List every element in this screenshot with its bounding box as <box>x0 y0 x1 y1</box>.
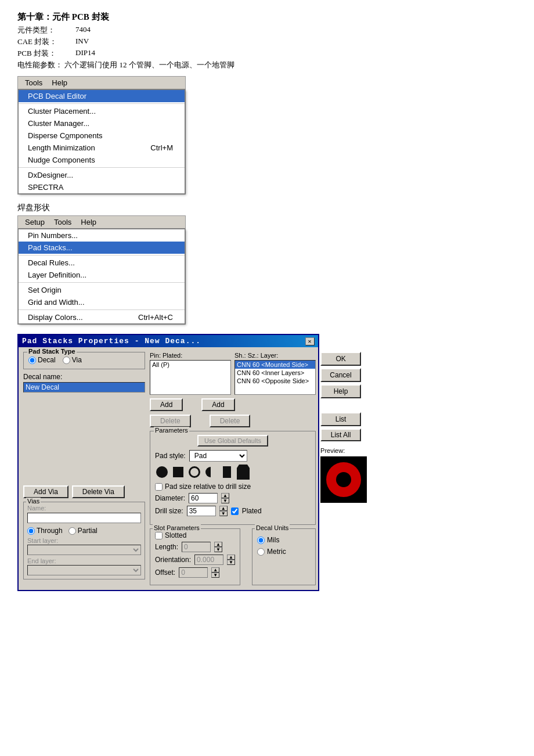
list-button[interactable]: List <box>320 412 361 426</box>
layer-listbox[interactable]: CNN 60 <Mounted Side> CNN 60 <Inner Laye… <box>234 360 316 395</box>
custom-pad-shape[interactable] <box>236 465 250 479</box>
via-name-input[interactable] <box>27 513 141 523</box>
tools-menu-item-2[interactable]: Tools <box>49 217 76 228</box>
menu-bar-1: Tools Help <box>18 77 185 89</box>
ok-button[interactable]: OK <box>320 352 361 366</box>
cancel-button[interactable]: Cancel <box>320 368 361 382</box>
diameter-input[interactable] <box>189 493 218 503</box>
svg-rect-1 <box>211 467 216 477</box>
info-row-3: PCB 封装： DIP14 <box>17 48 517 59</box>
pin-numbers-item[interactable]: Pin Numbers... <box>19 229 185 242</box>
orientation-row: Orientation: ▲ ▼ <box>155 555 235 565</box>
orientation-up[interactable]: ▲ <box>227 555 235 560</box>
offset-input[interactable] <box>179 567 208 578</box>
info-row-1: 元件类型： 7404 <box>17 25 517 35</box>
offset-label: Offset: <box>155 568 175 577</box>
dxdesigner-item[interactable]: DxDesigner... <box>19 169 185 181</box>
dialog-center-panel: Pin: Plated: All (P) Sh.: Sz.: Layer: CN… <box>150 352 316 585</box>
metric-radio[interactable] <box>257 548 265 556</box>
set-origin-item[interactable]: Set Origin <box>19 284 185 296</box>
delete-via-button[interactable]: Delete Via <box>72 485 125 498</box>
decal-radio[interactable] <box>28 357 36 364</box>
offset-up[interactable]: ▲ <box>211 567 219 573</box>
circle-pad-shape[interactable] <box>155 465 169 479</box>
length-down[interactable]: ▼ <box>214 547 222 552</box>
partial-radio[interactable] <box>68 527 76 535</box>
use-global-defaults-button[interactable]: Use Global Defaults <box>197 435 268 447</box>
length-input[interactable] <box>182 542 211 552</box>
cluster-manager-item[interactable]: Cluster Manager... <box>19 117 185 129</box>
cluster-placement-item[interactable]: Cluster Placement... <box>19 105 185 117</box>
layer-mounted-item[interactable]: CNN 60 <Mounted Side> <box>235 361 315 369</box>
drill-up[interactable]: ▲ <box>219 506 228 511</box>
diameter-up[interactable]: ▲ <box>221 493 229 498</box>
pin-column: Pin: Plated: All (P) <box>150 352 231 395</box>
pcb-decal-editor-item[interactable]: PCB Decal Editor <box>19 90 185 102</box>
offset-spinner: ▲ ▼ <box>211 567 219 578</box>
layer-opposite-item[interactable]: CNN 60 <Opposite Side> <box>235 377 315 385</box>
decal-name-input[interactable]: New Decal <box>23 382 145 393</box>
display-colors-item[interactable]: Display Colors... Ctrl+Alt+C <box>19 311 185 323</box>
close-button[interactable]: ✕ <box>305 337 315 345</box>
pad-size-drill-checkbox[interactable] <box>155 483 163 491</box>
partial-radio-label[interactable]: Partial <box>68 527 98 535</box>
via-radio-label[interactable]: Via <box>63 356 82 364</box>
pad-style-row: Pad style: Pad <box>155 450 311 462</box>
tools-menu-item[interactable]: Tools <box>20 77 47 88</box>
help-menu-item-1[interactable]: Help <box>47 77 72 88</box>
delete-button-1[interactable]: Delete <box>150 415 191 427</box>
disperse-components-item[interactable]: Disperse Components <box>19 129 185 142</box>
add-button-1[interactable]: Add <box>150 398 183 411</box>
through-radio-label[interactable]: Through <box>27 527 63 535</box>
offset-down[interactable]: ▼ <box>211 573 219 578</box>
orientation-input[interactable] <box>194 555 223 565</box>
pad-type-radio-row: Decal Via <box>28 356 140 364</box>
pad-style-select[interactable]: Pad <box>189 450 247 462</box>
list-all-button[interactable]: List All <box>320 429 361 441</box>
length-minimization-item[interactable]: Length Minimization Ctrl+M <box>19 142 185 154</box>
diameter-down[interactable]: ▼ <box>221 498 229 503</box>
spectra-item[interactable]: SPECTRA <box>19 181 185 193</box>
page-header: 第十章：元件 PCB 封装 元件类型： 7404 CAE 封装： INV PCB… <box>17 12 517 70</box>
metric-radio-label[interactable]: Metric <box>257 548 311 556</box>
delete-row: Delete Delete <box>150 415 316 427</box>
drill-size-input[interactable] <box>187 506 216 516</box>
start-layer-select[interactable] <box>27 545 141 555</box>
diameter-spinner: ▲ ▼ <box>221 493 229 503</box>
help-button[interactable]: Help <box>320 384 361 398</box>
length-up[interactable]: ▲ <box>214 542 222 547</box>
add-via-button[interactable]: Add Via <box>23 485 68 498</box>
grid-width-item[interactable]: Grid and Width... <box>19 296 185 308</box>
nudge-components-item[interactable]: Nudge Components <box>19 154 185 166</box>
decal-radio-label[interactable]: Decal <box>28 356 56 364</box>
vias-group: Vias Name: Through Partial Start laye <box>23 502 145 579</box>
mils-radio-label[interactable]: Mils <box>257 536 311 544</box>
end-layer-select[interactable] <box>27 565 141 575</box>
pin-listbox[interactable]: All (P) <box>150 360 231 395</box>
slotted-checkbox[interactable] <box>155 532 163 539</box>
setup-menu-item[interactable]: Setup <box>20 217 49 228</box>
setup-dropdown: Pin Numbers... Pad Stacks... Decal Rules… <box>18 229 185 324</box>
orientation-down[interactable]: ▼ <box>227 560 235 565</box>
delete-button-2[interactable]: Delete <box>210 415 251 427</box>
pad-stacks-item[interactable]: Pad Stacks... <box>19 242 185 254</box>
pin-header: Pin: Plated: <box>150 352 231 359</box>
circle-outline-pad-shape[interactable] <box>187 465 201 479</box>
drill-down[interactable]: ▼ <box>219 511 228 516</box>
layer-definition-item[interactable]: Layer Definition... <box>19 269 185 281</box>
dialog-body: Pad Stack Type Decal Via Decal name: New… <box>19 347 318 590</box>
decal-rules-item[interactable]: Decal Rules... <box>19 257 185 269</box>
through-radio[interactable] <box>27 527 35 535</box>
plated-checkbox[interactable] <box>231 507 239 515</box>
pin-all-item[interactable]: All (P) <box>150 361 230 369</box>
rect-pad-shape[interactable] <box>220 465 234 479</box>
half-circle-pad-shape[interactable] <box>204 465 218 479</box>
layer-inner-item[interactable]: CNN 60 <Inner Layers> <box>235 369 315 377</box>
dialog-left-panel: Pad Stack Type Decal Via Decal name: New… <box>23 352 145 585</box>
add-button-2[interactable]: Add <box>201 398 234 411</box>
square-pad-shape[interactable] <box>171 465 185 479</box>
help-menu-item-2[interactable]: Help <box>76 217 101 228</box>
dialog-right-panel: OK Cancel Help List List All Preview: <box>320 352 367 585</box>
via-radio[interactable] <box>63 357 70 364</box>
mils-radio[interactable] <box>257 537 265 544</box>
